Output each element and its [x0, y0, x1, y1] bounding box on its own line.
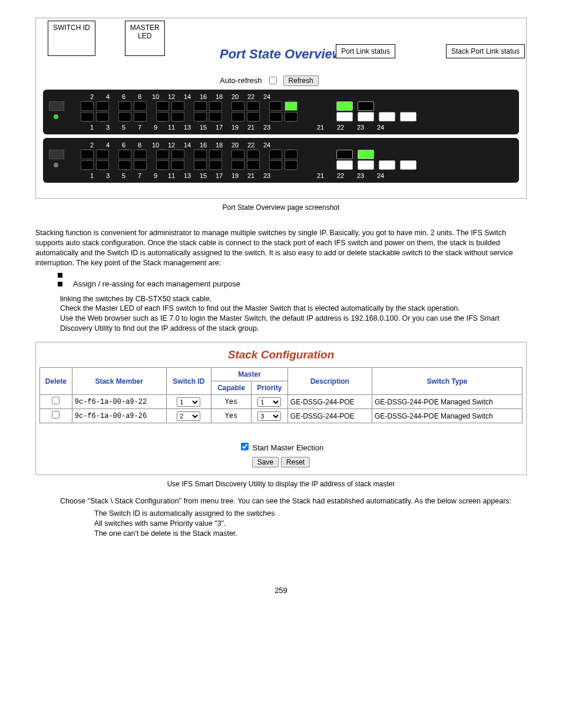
port[interactable] — [96, 160, 109, 170]
port[interactable] — [232, 160, 244, 170]
cell-capable: Yes — [211, 395, 252, 409]
port[interactable] — [118, 150, 131, 159]
port[interactable] — [96, 150, 109, 159]
port[interactable] — [134, 101, 147, 111]
step-3: Use the Web browser such as IE 7.0 to lo… — [60, 314, 527, 334]
port-number: 21 — [246, 172, 256, 179]
port[interactable] — [285, 150, 297, 159]
col-desc: Description — [287, 368, 372, 395]
port[interactable] — [118, 101, 131, 111]
port[interactable] — [171, 101, 184, 111]
start-master-election-checkbox[interactable] — [241, 443, 249, 450]
port[interactable] — [194, 101, 207, 111]
port-number: 5 — [118, 172, 129, 179]
port[interactable] — [81, 160, 94, 170]
port[interactable] — [81, 101, 94, 111]
switch-id-select[interactable]: 2 — [177, 411, 200, 421]
port[interactable] — [209, 101, 222, 111]
port[interactable] — [134, 112, 147, 121]
port[interactable] — [247, 160, 260, 170]
port-number: 16 — [198, 141, 209, 149]
reset-button[interactable]: Reset — [281, 457, 310, 467]
port-number: 15 — [198, 124, 209, 131]
save-button[interactable]: Save — [252, 457, 279, 467]
para-2: Choose "Stack \ Stack Configuration" fro… — [60, 496, 527, 506]
priority-select[interactable]: 3 — [257, 411, 281, 421]
port[interactable] — [247, 112, 260, 121]
stack-port — [379, 160, 395, 170]
port[interactable] — [156, 160, 169, 170]
port[interactable] — [247, 101, 260, 111]
port[interactable] — [96, 112, 109, 121]
port-number: 21 — [246, 124, 256, 131]
port[interactable] — [134, 160, 147, 170]
port[interactable] — [285, 101, 297, 111]
port-number: 23 — [353, 172, 368, 179]
stack-ports-bot-2 — [336, 160, 416, 170]
switch-id-select[interactable]: 1 — [177, 397, 200, 407]
bullet-2: Assign / re-assing for each management p… — [73, 279, 240, 288]
stack-port — [336, 150, 353, 159]
port[interactable] — [209, 160, 222, 170]
cell-type: GE-DSSG-244-POE Managed Switch — [372, 409, 522, 423]
stack-config-table: Delete Stack Member Switch ID Master Des… — [39, 367, 523, 423]
port[interactable] — [194, 112, 207, 121]
port[interactable] — [171, 160, 184, 170]
switch-id-display-1 — [49, 101, 64, 111]
port-number: 12 — [166, 93, 177, 100]
port[interactable] — [269, 112, 282, 121]
step-1: linking the switches by CB-STX50 stack c… — [60, 294, 527, 304]
port-number: 15 — [198, 172, 209, 179]
port[interactable] — [156, 101, 169, 111]
stack-ports-bot-1 — [336, 112, 416, 121]
cell-mac: 9c-f6-1a-00-a9-22 — [72, 395, 166, 409]
port[interactable] — [209, 150, 222, 159]
port[interactable] — [118, 160, 131, 170]
start-master-election-label: Start Master Election — [252, 443, 323, 452]
port[interactable] — [232, 101, 244, 111]
port[interactable] — [209, 112, 222, 121]
port-number: 24 — [373, 124, 388, 131]
port[interactable] — [232, 150, 244, 159]
refresh-button[interactable]: Refresh — [283, 75, 319, 86]
port[interactable] — [156, 112, 169, 121]
stack-port — [358, 112, 374, 121]
port[interactable] — [232, 112, 244, 121]
port[interactable] — [247, 150, 260, 159]
port-number: 4 — [103, 93, 113, 100]
port[interactable] — [194, 160, 207, 170]
port[interactable] — [156, 150, 169, 159]
stack-port — [336, 112, 353, 121]
port[interactable] — [269, 160, 282, 170]
port[interactable] — [81, 112, 94, 121]
port-number: 20 — [230, 141, 240, 149]
port-numbers-bot: 1357911131517192123 — [87, 172, 272, 179]
port-number: 2 — [87, 141, 97, 149]
port-number: 17 — [214, 124, 224, 131]
priority-select[interactable]: 1 — [257, 397, 281, 407]
port[interactable] — [269, 101, 282, 111]
port-number: 1 — [87, 124, 97, 131]
port[interactable] — [269, 150, 282, 159]
port[interactable] — [171, 112, 184, 121]
callout-row: SWITCH ID MASTER LED Port Link status St… — [43, 21, 519, 56]
port[interactable] — [118, 112, 131, 121]
delete-checkbox[interactable] — [52, 397, 59, 404]
port-number: 13 — [182, 172, 193, 179]
page-number: 259 — [35, 586, 527, 595]
port[interactable] — [285, 160, 297, 170]
port[interactable] — [96, 101, 109, 111]
port-number: 6 — [118, 93, 129, 100]
port[interactable] — [171, 150, 184, 159]
cell-capable: Yes — [211, 409, 252, 423]
port-number: 3 — [103, 172, 113, 179]
port[interactable] — [81, 150, 94, 159]
col-type: Switch Type — [372, 368, 522, 395]
delete-checkbox[interactable] — [52, 411, 59, 419]
autorefresh-checkbox[interactable] — [269, 77, 277, 84]
cell-desc: GE-DSSG-244-POE — [287, 409, 372, 423]
port[interactable] — [194, 150, 207, 159]
port[interactable] — [285, 112, 297, 121]
bullet-icon — [58, 282, 62, 286]
port[interactable] — [134, 150, 147, 159]
